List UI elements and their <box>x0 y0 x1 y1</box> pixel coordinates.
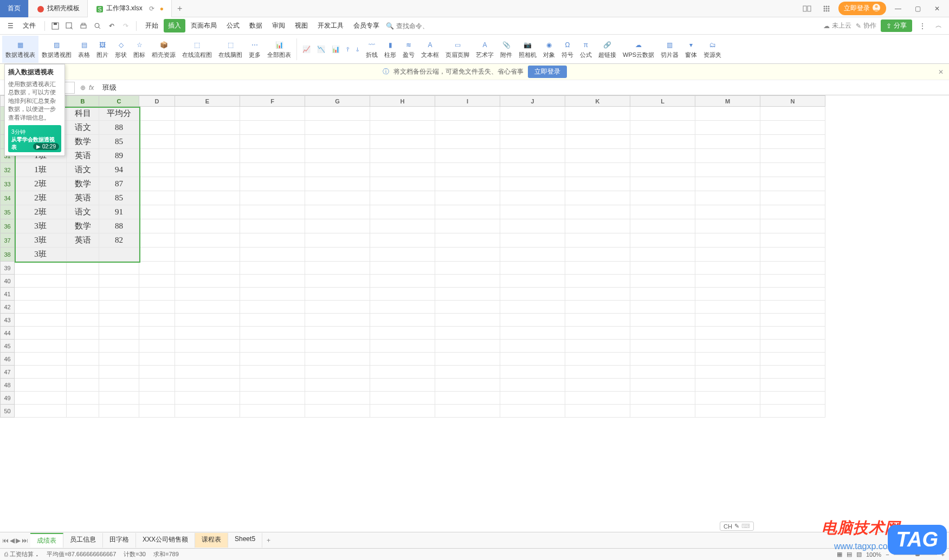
cell-B38[interactable] <box>67 248 99 262</box>
cell-E31[interactable] <box>175 149 240 163</box>
col-header-B[interactable]: B <box>67 96 99 107</box>
cell-I29[interactable] <box>435 121 500 135</box>
cell-M42[interactable] <box>695 301 760 314</box>
cell-H42[interactable] <box>370 301 435 314</box>
cell-G31[interactable] <box>305 149 370 163</box>
ribbon-chart-14[interactable]: ⫯ <box>343 36 353 63</box>
cell-A41[interactable] <box>15 288 67 301</box>
cell-J48[interactable] <box>500 379 565 392</box>
ribbon-图片[interactable]: 🖼图片 <box>93 36 112 63</box>
cell-I40[interactable] <box>435 275 500 288</box>
cell-L33[interactable] <box>630 177 695 191</box>
cell-H50[interactable] <box>370 405 435 418</box>
cell-A47[interactable] <box>15 366 67 379</box>
cell-L39[interactable] <box>630 262 695 275</box>
cell-B37[interactable]: 英语 <box>67 233 99 248</box>
menu-tab-4[interactable]: 数据 <box>245 19 267 32</box>
cell-H40[interactable] <box>370 275 435 288</box>
cell-E29[interactable] <box>175 121 240 135</box>
row-header-48[interactable]: 48 <box>1 379 15 392</box>
cell-G35[interactable] <box>305 205 370 219</box>
col-header-F[interactable]: F <box>240 96 305 107</box>
fx-icon[interactable]: fx <box>89 84 94 92</box>
cell-D46[interactable] <box>139 353 175 366</box>
ribbon-chart-11[interactable]: 📈 <box>299 36 314 63</box>
row-header-37[interactable]: 37 <box>1 233 15 248</box>
sheet-tab-3[interactable]: 田字格 <box>103 533 136 548</box>
zoom-value[interactable]: 100% <box>866 551 881 558</box>
cell-L40[interactable] <box>630 275 695 288</box>
cell-L35[interactable] <box>630 205 695 219</box>
cell-K35[interactable] <box>565 205 630 219</box>
cell-M47[interactable] <box>695 366 760 379</box>
cell-H31[interactable] <box>370 149 435 163</box>
cell-A34[interactable]: 2班 <box>15 191 67 205</box>
tab-refresh-icon[interactable]: ⟳ <box>149 5 154 12</box>
cell-L28[interactable] <box>630 107 695 121</box>
col-header-L[interactable]: L <box>630 96 695 107</box>
cell-H28[interactable] <box>370 107 435 121</box>
search-input[interactable] <box>396 22 429 30</box>
ribbon-窗体[interactable]: ▾窗体 <box>682 36 700 63</box>
cell-N45[interactable] <box>760 340 825 353</box>
cell-H37[interactable] <box>370 233 435 248</box>
cell-G46[interactable] <box>305 353 370 366</box>
cell-C31[interactable]: 89 <box>99 149 139 163</box>
ribbon-文本框[interactable]: A文本框 <box>418 36 442 63</box>
col-header-H[interactable]: H <box>370 96 435 107</box>
login-button[interactable]: 立即登录 <box>838 2 886 15</box>
cell-B33[interactable]: 数学 <box>67 177 99 191</box>
save-icon[interactable] <box>49 20 61 32</box>
cell-N33[interactable] <box>760 177 825 191</box>
cell-I45[interactable] <box>435 340 500 353</box>
cell-H29[interactable] <box>370 121 435 135</box>
cell-L47[interactable] <box>630 366 695 379</box>
row-header-49[interactable]: 49 <box>1 392 15 405</box>
cell-I38[interactable] <box>435 248 500 262</box>
sheet-tab-6[interactable]: Sheet5 <box>228 533 262 548</box>
menu-tab-8[interactable]: 会员专享 <box>349 19 384 32</box>
cell-A49[interactable] <box>15 392 67 405</box>
view-normal-icon[interactable]: ▦ <box>837 551 842 558</box>
cell-N49[interactable] <box>760 392 825 405</box>
cell-A33[interactable]: 2班 <box>15 177 67 191</box>
maximize-button[interactable]: ▢ <box>910 1 925 16</box>
cell-B31[interactable]: 英语 <box>67 149 99 163</box>
col-header-G[interactable]: G <box>305 96 370 107</box>
undo-icon[interactable]: ↶ <box>106 20 118 32</box>
cell-J50[interactable] <box>500 405 565 418</box>
cell-D41[interactable] <box>139 288 175 301</box>
cell-K28[interactable] <box>565 107 630 121</box>
add-sheet-button[interactable]: + <box>262 537 275 544</box>
ribbon-稻壳资源[interactable]: 📦稻壳资源 <box>149 36 179 63</box>
cell-N30[interactable] <box>760 135 825 149</box>
cell-M45[interactable] <box>695 340 760 353</box>
cell-M49[interactable] <box>695 392 760 405</box>
cell-F29[interactable] <box>240 121 305 135</box>
cell-M40[interactable] <box>695 275 760 288</box>
cell-M44[interactable] <box>695 327 760 340</box>
cell-N34[interactable] <box>760 191 825 205</box>
cell-H30[interactable] <box>370 135 435 149</box>
cell-M29[interactable] <box>695 121 760 135</box>
cell-A50[interactable] <box>15 405 67 418</box>
cell-D40[interactable] <box>139 275 175 288</box>
cell-F40[interactable] <box>240 275 305 288</box>
row-header-46[interactable]: 46 <box>1 353 15 366</box>
cell-N50[interactable] <box>760 405 825 418</box>
ribbon-柱形[interactable]: ▮柱形 <box>381 36 399 63</box>
cell-M43[interactable] <box>695 314 760 327</box>
cell-N48[interactable] <box>760 379 825 392</box>
cell-I30[interactable] <box>435 135 500 149</box>
col-header-K[interactable]: K <box>565 96 630 107</box>
cell-C40[interactable] <box>99 275 139 288</box>
cell-N35[interactable] <box>760 205 825 219</box>
cell-H32[interactable] <box>370 163 435 177</box>
cell-G49[interactable] <box>305 392 370 405</box>
cell-L44[interactable] <box>630 327 695 340</box>
cell-D47[interactable] <box>139 366 175 379</box>
ribbon-数据透视图[interactable]: ▨数据透视图 <box>38 36 75 63</box>
cell-F39[interactable] <box>240 262 305 275</box>
cell-J38[interactable] <box>500 248 565 262</box>
cell-H47[interactable] <box>370 366 435 379</box>
